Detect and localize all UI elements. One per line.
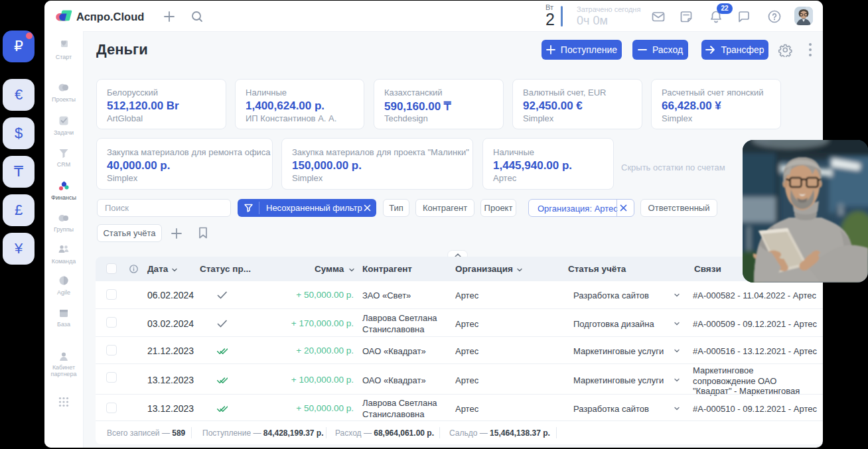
svg-text:MO: MO xyxy=(837,204,845,216)
